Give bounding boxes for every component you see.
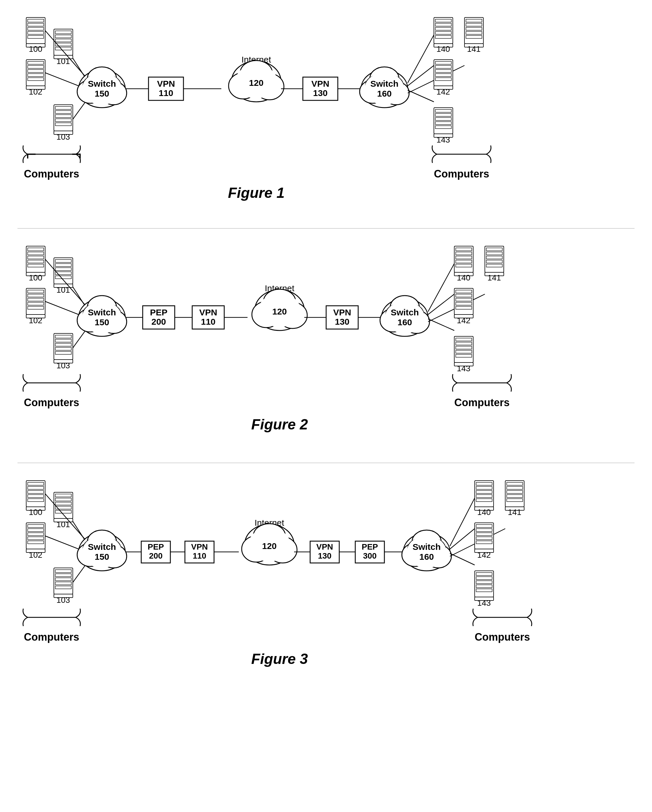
svg-text:140: 140 (457, 273, 471, 282)
svg-rect-8 (26, 60, 45, 86)
svg-text:VPN: VPN (199, 308, 217, 317)
svg-text:Switch: Switch (88, 79, 116, 89)
svg-rect-337 (474, 523, 494, 549)
svg-text:PEP: PEP (362, 542, 378, 551)
svg-rect-234 (26, 481, 45, 507)
computer-100: 100 (26, 17, 45, 53)
svg-text:142: 142 (457, 316, 471, 325)
svg-rect-321 (474, 481, 494, 507)
svg-text:PEP: PEP (150, 308, 167, 317)
computer-102-f3: 102 (26, 523, 45, 559)
svg-text:PEP: PEP (148, 542, 164, 551)
svg-text:100: 100 (29, 44, 43, 53)
svg-text:Computers: Computers (24, 631, 79, 643)
svg-text:Figure 3: Figure 3 (251, 651, 308, 667)
computer-102: 102 (26, 60, 45, 96)
svg-rect-215 (454, 288, 473, 314)
svg-text:140: 140 (477, 508, 491, 517)
computer-102-f2: 102 (26, 288, 45, 325)
svg-text:101: 101 (57, 520, 70, 529)
svg-text:110: 110 (193, 551, 207, 560)
svg-rect-89 (464, 17, 484, 44)
svg-text:101: 101 (57, 285, 70, 295)
figure2-container: 100 102 101 (17, 240, 635, 445)
svg-rect-24 (54, 105, 73, 131)
svg-line-79 (408, 90, 434, 102)
computer-101-f2: 101 (54, 258, 73, 295)
svg-text:Computers: Computers (24, 397, 79, 409)
svg-rect-0 (26, 17, 45, 44)
svg-text:Switch: Switch (88, 308, 116, 317)
svg-text:140: 140 (436, 44, 450, 53)
svg-text:130: 130 (318, 551, 332, 560)
svg-text:Computers: Computers (454, 397, 510, 409)
svg-rect-242 (26, 523, 45, 549)
computer-142-f2: 142 (454, 288, 473, 325)
svg-text:200: 200 (152, 317, 166, 327)
svg-text:110: 110 (159, 88, 173, 98)
svg-text:103: 103 (57, 361, 70, 370)
svg-text:Switch: Switch (391, 308, 419, 317)
computer-103-f2: 103 (54, 333, 73, 370)
computer-100-f3: 100 (26, 481, 45, 517)
figure2-diagram: 100 102 101 (17, 240, 635, 444)
svg-text:141: 141 (508, 508, 522, 517)
svg-text:100: 100 (29, 273, 43, 282)
svg-text:103: 103 (57, 595, 70, 604)
svg-rect-81 (434, 17, 453, 44)
svg-text:VPN: VPN (157, 79, 175, 89)
svg-text:130: 130 (313, 88, 328, 98)
svg-text:120: 120 (272, 307, 287, 316)
svg-text:102: 102 (29, 316, 43, 325)
svg-line-197 (428, 319, 454, 331)
svg-text:Computers: Computers (24, 168, 79, 180)
computer-141-f3: 141 (505, 481, 524, 517)
svg-text:Switch: Switch (413, 542, 441, 552)
svg-rect-329 (505, 481, 524, 507)
computer-140: 140 (434, 17, 453, 53)
computer-140-f3: 140 (474, 481, 494, 517)
svg-rect-116 (26, 246, 45, 272)
svg-text:143: 143 (436, 135, 450, 144)
svg-rect-199 (454, 246, 473, 272)
svg-text:150: 150 (95, 317, 109, 327)
svg-text:101: 101 (57, 57, 70, 66)
computer-100-f2: 100 (26, 246, 45, 282)
computer-103: 103 (54, 105, 73, 141)
svg-text:200: 200 (149, 551, 163, 560)
svg-text:130: 130 (335, 317, 349, 327)
svg-text:142: 142 (477, 551, 491, 559)
svg-text:103: 103 (57, 132, 70, 141)
svg-text:120: 120 (249, 78, 263, 88)
svg-text:Figure 2: Figure 2 (251, 416, 308, 433)
svg-text:143: 143 (457, 364, 471, 373)
svg-text:110: 110 (201, 317, 216, 327)
svg-text:102: 102 (29, 551, 43, 559)
svg-text:143: 143 (477, 598, 491, 607)
svg-rect-223 (454, 336, 473, 363)
computer-141-f2: 141 (485, 246, 504, 282)
svg-text:120: 120 (262, 541, 277, 551)
svg-text:Figure 1: Figure 1 (228, 185, 285, 201)
figure1-container: 100 102 101 (17, 12, 635, 211)
svg-rect-140 (54, 333, 73, 360)
computer-103-f3: 103 (54, 568, 73, 604)
svg-text:100: 100 (29, 508, 43, 517)
svg-rect-345 (474, 571, 494, 597)
computer-101-f3: 101 (54, 492, 73, 529)
svg-rect-258 (54, 568, 73, 594)
svg-text:141: 141 (467, 44, 481, 53)
svg-text:150: 150 (95, 89, 109, 98)
svg-rect-207 (485, 246, 504, 272)
svg-line-319 (450, 553, 474, 565)
computer-143-f2: 143 (454, 336, 473, 373)
svg-text:300: 300 (363, 551, 377, 560)
svg-text:VPN: VPN (316, 542, 333, 551)
svg-text:VPN: VPN (333, 308, 351, 317)
svg-text:150: 150 (95, 552, 109, 562)
svg-text:142: 142 (436, 87, 450, 96)
svg-text:102: 102 (29, 87, 43, 96)
svg-text:VPN: VPN (191, 542, 208, 551)
computer-101: 101 (54, 29, 73, 66)
svg-rect-97 (434, 60, 453, 86)
